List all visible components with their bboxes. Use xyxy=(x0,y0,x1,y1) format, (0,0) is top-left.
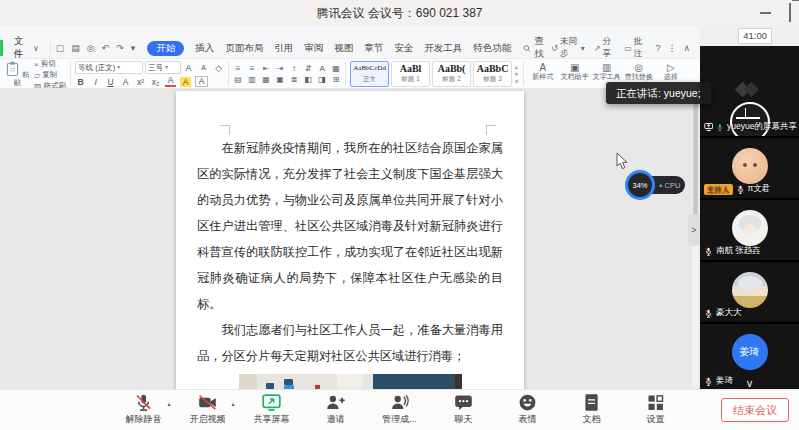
cpu-usage-overlay[interactable]: 34% ▴ CPU xyxy=(625,170,685,200)
clear-format-button[interactable]: ◇ xyxy=(213,63,224,73)
decrease-indent-icon[interactable]: ⇤ xyxy=(261,64,271,73)
text-direction-icon[interactable]: A xyxy=(317,64,327,73)
styles-scroll-down-icon[interactable]: ▾ xyxy=(515,71,518,77)
subscript-button[interactable]: x₂ xyxy=(150,77,161,87)
more-icon[interactable]: ⋮ xyxy=(667,43,676,53)
tab-view[interactable]: 视图 xyxy=(334,42,353,55)
unmute-expand-arrow[interactable]: ▴ xyxy=(167,400,170,407)
shading-icon[interactable]: ◧ xyxy=(303,75,313,84)
new-style-button[interactable]: A新样式 xyxy=(528,62,557,81)
help-icon[interactable]: ? xyxy=(655,43,660,53)
sort-icon[interactable]: ⇵ xyxy=(303,64,313,73)
justify-icon[interactable]: ▣ xyxy=(275,75,285,84)
fold-ribbon-icon[interactable]: ∧ xyxy=(683,43,690,53)
character-border-button[interactable]: A xyxy=(195,76,208,87)
sidebar-collapse-handle[interactable]: > xyxy=(688,214,700,246)
line-spacing-icon[interactable]: ↕ xyxy=(289,64,299,73)
grow-font-button[interactable]: A xyxy=(183,63,194,73)
doc-assistant-button[interactable]: ▣文档助手 xyxy=(560,62,589,81)
styles-scroll-up-icon[interactable]: ▴ xyxy=(515,64,518,70)
end-meeting-button[interactable]: 结束会议 xyxy=(721,398,789,422)
document-area[interactable]: 在新冠肺炎疫情期间，我所在的社区结合原国企家属区的实际情况，充分发挥了社会主义制… xyxy=(0,88,700,390)
select-icon: ▷ xyxy=(656,62,685,73)
meeting-duration: 41:00 xyxy=(738,28,772,44)
tile-participant[interactable]: 豪大大 xyxy=(700,262,799,322)
doc-assistant-label: 文档助手 xyxy=(561,73,589,80)
frame-icon[interactable]: ◨ xyxy=(317,75,327,84)
qat-more-icon[interactable]: ▾ xyxy=(131,43,136,53)
select-button[interactable]: ▷选择 xyxy=(656,62,685,81)
find-replace-button[interactable]: ◎查找替换 xyxy=(624,62,653,81)
share-button[interactable]: ↗ 分享 xyxy=(594,36,615,60)
style-normal[interactable]: AaBbCcDd 正文 xyxy=(350,61,389,87)
cloud-sync-button[interactable]: ↺ 未同步 ▾ xyxy=(551,36,585,60)
restore-button[interactable] xyxy=(789,4,791,22)
tab-page-layout[interactable]: 页面布局 xyxy=(225,42,263,55)
toolbar-manage-members[interactable]: 管理成... xyxy=(376,392,424,426)
redo-icon[interactable]: ↷ xyxy=(116,43,124,53)
paragraph-1[interactable]: 在新冠肺炎疫情期间，我所在的社区结合原国企家属区的实际情况，充分发挥了社会主义制… xyxy=(197,135,503,317)
paragraph-2[interactable]: 我们志愿者们与社区工作人员一起，准备大量消毒用品，分区分片每天定期对社区公共区域… xyxy=(197,317,503,369)
toolbar-chat[interactable]: 聊天 xyxy=(440,392,488,426)
print-preview-icon[interactable]: ◎ xyxy=(87,43,95,53)
table-border-icon[interactable]: ⊞ xyxy=(331,75,341,84)
toolbar-unmute[interactable]: 解除静音 ▴ xyxy=(120,392,168,426)
tab-review[interactable]: 审阅 xyxy=(304,42,323,55)
text-tools-button[interactable]: ▥文字工具 xyxy=(592,62,621,81)
save-icon[interactable]: ▢ xyxy=(56,43,65,53)
highlight-color-button[interactable]: A xyxy=(180,77,191,87)
comment-button[interactable]: ▭ 批注 xyxy=(624,36,646,60)
tab-dev-tools[interactable]: 开发工具 xyxy=(424,42,462,55)
align-center-icon[interactable]: ▥ xyxy=(247,75,257,84)
more-participants-chevron[interactable]: ∨ xyxy=(700,377,799,389)
scrollbar-thumb[interactable] xyxy=(693,93,698,233)
toolbar-share-screen[interactable]: 共享屏幕 xyxy=(248,392,296,426)
shrink-font-button[interactable]: A xyxy=(198,64,209,71)
document-page[interactable]: 在新冠肺炎疫情期间，我所在的社区结合原国企家属区的实际情况，充分发挥了社会主义制… xyxy=(176,91,524,390)
strike-button[interactable]: A xyxy=(120,77,131,87)
tab-home[interactable]: 开始 xyxy=(147,41,184,56)
cut-button[interactable]: ×剪切 xyxy=(34,59,66,69)
p1-wall-right xyxy=(337,374,363,390)
tile-screen-share[interactable]: yueyue的屏幕共享 xyxy=(700,46,799,136)
undo-icon[interactable]: ↶ xyxy=(102,43,110,53)
align-left-icon[interactable]: ▤ xyxy=(233,75,243,84)
tile-participant[interactable]: 姜琦 姜琦 ∨ xyxy=(700,324,799,390)
style-heading2[interactable]: AaBb( 标题 2 xyxy=(432,61,471,87)
italic-button[interactable]: I xyxy=(90,77,101,87)
paste-button[interactable]: 粘贴 xyxy=(4,61,30,89)
style-heading3[interactable]: AaBbC 标题 3 xyxy=(473,61,512,87)
font-size-combobox[interactable]: 三号▾ xyxy=(145,61,181,74)
borders-icon[interactable]: ▦ xyxy=(331,64,341,73)
toolbar-start-video[interactable]: 开启视频 ▴ xyxy=(184,392,232,426)
tab-special-features[interactable]: 特色功能 xyxy=(473,42,511,55)
superscript-button[interactable]: x² xyxy=(135,77,146,87)
tab-security[interactable]: 安全 xyxy=(394,42,413,55)
copy-button[interactable]: ▱复制 xyxy=(34,70,66,80)
increase-indent-icon[interactable]: ⇥ xyxy=(275,64,285,73)
underline-button[interactable]: U xyxy=(105,77,116,87)
number-list-icon[interactable]: ≡ xyxy=(247,64,257,73)
toolbar-docs[interactable]: 文档 xyxy=(568,392,616,426)
distribute-icon[interactable]: ≣ xyxy=(289,75,299,84)
tab-insert[interactable]: 插入 xyxy=(195,42,214,55)
toolbar-emoji[interactable]: 表情 xyxy=(504,392,552,426)
minimize-button[interactable] xyxy=(760,12,771,14)
tile-participant[interactable]: 南航 张趋壵 xyxy=(700,200,799,260)
bullet-list-icon[interactable]: ≡ xyxy=(233,64,243,73)
styles-menu-icon[interactable]: ≡ xyxy=(515,78,518,84)
photo-spraying-door[interactable] xyxy=(363,374,462,390)
tab-section[interactable]: 章节 xyxy=(364,42,383,55)
font-color-button[interactable]: A xyxy=(165,76,176,87)
style-heading1[interactable]: AaBl 标题 1 xyxy=(391,61,430,87)
align-right-icon[interactable]: ▦ xyxy=(261,75,271,84)
tab-references[interactable]: 引用 xyxy=(274,42,293,55)
toolbar-invite[interactable]: 邀请 xyxy=(312,392,360,426)
toolbar-settings[interactable]: 设置 xyxy=(632,392,680,426)
photo-disinfection-supplies[interactable] xyxy=(239,374,363,390)
bold-button[interactable]: B xyxy=(75,77,86,87)
print-icon[interactable]: ▤ xyxy=(71,43,80,53)
tile-host[interactable]: 主持人 π文君 xyxy=(700,138,799,198)
video-expand-arrow[interactable]: ▴ xyxy=(231,400,234,407)
font-name-combobox[interactable]: 等线 (正文)▾ xyxy=(75,61,143,74)
